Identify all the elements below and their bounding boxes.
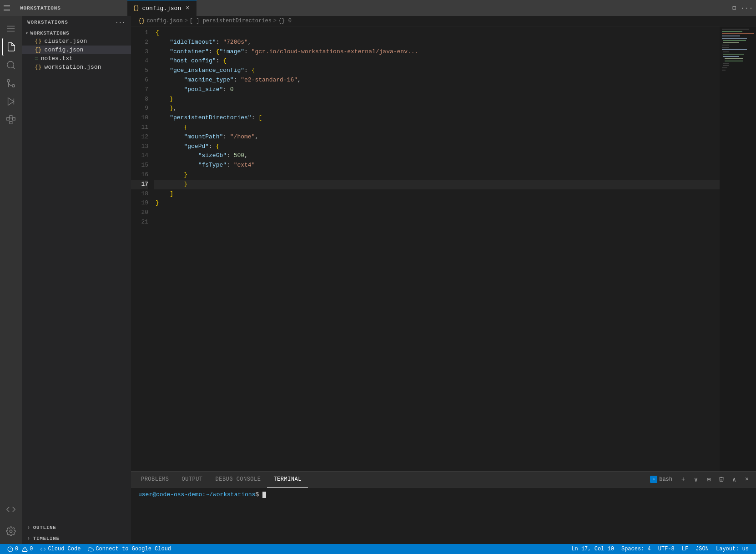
svg-rect-14: [722, 29, 749, 30]
split-editor-button[interactable]: ⊟: [729, 3, 740, 14]
svg-rect-11: [10, 116, 12, 118]
file-item-cluster[interactable]: {} cluster.json: [22, 37, 131, 46]
status-right: Ln 17, Col 10 Spaces: 4 UTF-8 LF JSON La…: [568, 544, 752, 554]
delete-terminal-button[interactable]: [716, 474, 727, 485]
svg-rect-26: [723, 56, 739, 57]
svg-rect-22: [722, 47, 729, 48]
status-connect[interactable]: Connect to Google Cloud: [84, 544, 175, 554]
code-line-5: "gce_instance_config": {: [154, 66, 720, 76]
code-line-1: {: [154, 28, 720, 38]
tab-config-json[interactable]: {} config.json ×: [127, 0, 197, 16]
code-line-6: "machine_type": "e2-standard-16",: [154, 76, 720, 85]
svg-rect-19: [723, 40, 746, 41]
timeline-label: TIMELINE: [33, 536, 60, 541]
maximize-panel-button[interactable]: ∧: [729, 474, 740, 485]
svg-rect-20: [723, 42, 739, 43]
line-ending-label: LF: [682, 546, 688, 552]
code-line-7: "pool_size": 0: [154, 85, 720, 95]
explorer-title: WORKSTATIONS: [15, 5, 124, 11]
activity-item-settings[interactable]: [2, 522, 20, 540]
code-line-2: "idleTimeout": "7200s",: [154, 38, 720, 47]
cloud-code-label: Cloud Code: [48, 546, 81, 552]
connect-label: Connect to Google Cloud: [96, 546, 171, 552]
sidebar-title: WORKSTATIONS: [27, 20, 68, 25]
code-line-8: }: [154, 95, 720, 104]
status-spaces[interactable]: Spaces: 4: [618, 544, 655, 554]
code-line-21: [154, 218, 720, 227]
tab-problems[interactable]: PROBLEMS: [135, 472, 175, 488]
code-line-4: "host_config": {: [154, 56, 720, 66]
status-position[interactable]: Ln 17, Col 10: [568, 544, 618, 554]
split-terminal-button[interactable]: ⊟: [703, 474, 714, 485]
code-line-15: "fsType": "ext4": [154, 161, 720, 170]
title-bar: WORKSTATIONS {} config.json × ⊟ ···: [0, 0, 756, 16]
svg-rect-24: [723, 51, 729, 52]
close-panel-button[interactable]: ×: [741, 474, 752, 485]
code-line-10: "persistentDirectories": [: [154, 113, 720, 123]
status-cloud-code[interactable]: Cloud Code: [36, 544, 84, 554]
timeline-header[interactable]: › TIMELINE: [22, 533, 131, 544]
status-language[interactable]: JSON: [692, 544, 712, 554]
file-item-notes[interactable]: ≡ notes.txt: [22, 54, 131, 63]
code-line-11: {: [154, 123, 720, 132]
code-line-13: "gcePd": {: [154, 142, 720, 152]
activity-item-search[interactable]: [2, 56, 20, 74]
chevron-right-icon: ›: [27, 525, 30, 530]
tab-output[interactable]: OUTPUT: [175, 472, 209, 488]
file-name: config.json: [45, 46, 84, 53]
json-icon: {}: [35, 46, 42, 53]
editor-container: {} config.json > [ ] persistentDirectori…: [131, 16, 756, 544]
status-line-ending[interactable]: LF: [678, 544, 692, 554]
sidebar-sections: › OUTLINE › TIMELINE: [22, 522, 131, 544]
breadcrumb-file[interactable]: config.json: [146, 18, 182, 24]
svg-rect-16: [722, 33, 754, 34]
terminal-cursor: [262, 492, 266, 498]
code-editor[interactable]: { "idleTimeout": "7200s", "container": {…: [154, 26, 720, 471]
terminal-content[interactable]: user@code-oss-demo:~/workstations$: [131, 488, 756, 544]
bash-icon: ⚡: [650, 476, 657, 483]
activity-item-explorer[interactable]: [2, 38, 20, 56]
workstations-group-header[interactable]: ▾ WORKSTATIONS: [22, 30, 131, 37]
file-item-workstation[interactable]: {} workstation.json: [22, 63, 131, 71]
txt-icon: ≡: [35, 55, 38, 62]
svg-rect-29: [723, 63, 729, 64]
editor-main: 12345 678910 1112131415 16171819 2021 { …: [131, 26, 756, 471]
tab-close-button[interactable]: ×: [184, 5, 191, 12]
svg-rect-15: [722, 31, 742, 32]
tab-terminal[interactable]: TERMINAL: [267, 472, 307, 488]
activity-item-menu[interactable]: [2, 20, 20, 38]
status-layout[interactable]: Layout: us: [712, 544, 752, 554]
menu-button[interactable]: [4, 5, 11, 12]
main-content: WORKSTATIONS ··· ▾ WORKSTATIONS {} clust…: [0, 16, 756, 544]
status-errors[interactable]: 0 0: [4, 544, 36, 554]
code-line-14: "sizeGb": 500,: [154, 151, 720, 161]
file-item-config[interactable]: {} config.json: [22, 46, 131, 54]
bash-label: ⚡ bash: [646, 476, 676, 483]
title-bar-left: [4, 5, 11, 12]
outline-header[interactable]: › OUTLINE: [22, 522, 131, 533]
activity-item-source-control[interactable]: [2, 74, 20, 92]
activity-item-cloud[interactable]: [2, 500, 20, 518]
svg-rect-17: [722, 36, 740, 36]
svg-rect-23: [722, 49, 747, 50]
code-line-16: }: [154, 170, 720, 180]
line-numbers: 12345 678910 1112131415 16171819 2021: [131, 26, 154, 471]
more-actions-button[interactable]: ···: [741, 3, 752, 14]
activity-item-run[interactable]: [2, 92, 20, 111]
svg-rect-28: [725, 61, 743, 61]
status-encoding[interactable]: UTF-8: [655, 544, 678, 554]
sidebar-more-button[interactable]: ···: [116, 20, 126, 25]
tab-debug-console[interactable]: DEBUG CONSOLE: [209, 472, 267, 488]
outline-label: OUTLINE: [33, 525, 56, 530]
json-icon: {}: [35, 64, 42, 71]
terminal-dropdown-button[interactable]: ∨: [690, 474, 701, 485]
breadcrumb-part2[interactable]: [ ] persistentDirectories: [190, 18, 272, 24]
bash-text: bash: [659, 476, 672, 483]
tab-bar: {} config.json ×: [127, 0, 725, 16]
terminal-prompt: user@code-oss-demo:~/workstations$: [138, 491, 749, 498]
code-line-3: "container": {"image": "gcr.io/cloud-wor…: [154, 47, 720, 57]
breadcrumb-part3[interactable]: {} 0: [278, 18, 292, 24]
activity-item-extensions[interactable]: [2, 111, 20, 129]
code-line-12: "mountPath": "/home",: [154, 132, 720, 142]
add-terminal-button[interactable]: +: [678, 474, 689, 485]
